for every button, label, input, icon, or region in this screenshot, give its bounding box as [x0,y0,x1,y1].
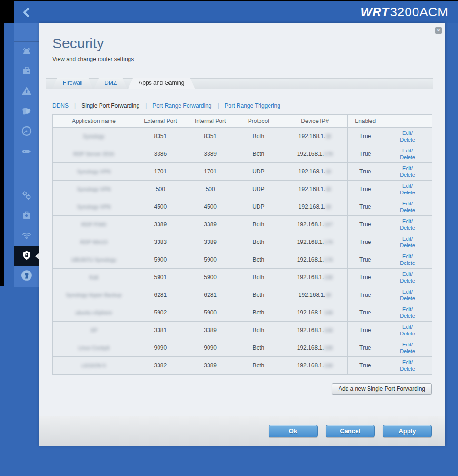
protocol-cell: Both [235,233,282,251]
table-row: UBUNTU Synology59005900Both192.168.1.178… [53,251,432,269]
edit-link[interactable]: Edit/ [383,306,432,313]
edit-link[interactable]: Edit/ [383,235,432,242]
sidebar-item-wireless[interactable] [14,226,39,246]
ip-suffix-redacted: 178 [324,151,332,157]
protocol-cell: Both [235,269,282,286]
internal-port-cell: 3389 [186,233,235,251]
table-row: Synology Hyper Backup62816281Both192.168… [53,286,432,304]
wifi-icon [21,230,32,243]
gears-icon [21,190,32,203]
edit-link[interactable]: Edit/ [383,165,432,172]
edit-link[interactable]: Edit/ [383,130,432,136]
enabled-cell: True [348,357,383,375]
tab-dmz[interactable]: DMZ [94,78,127,89]
edit-link[interactable]: Edit/ [383,253,432,260]
column-header: Device IP# [282,115,348,128]
sidebar-item-media-prioritization[interactable] [14,102,39,122]
edit-link[interactable]: Edit/ [383,324,432,330]
subnav-ddns[interactable]: DDNS [52,102,69,109]
sidebar-item-external-storage[interactable] [14,142,39,162]
delete-link[interactable]: Delete [383,189,432,196]
device-ip-cell: 192.168.1.198 [282,269,348,286]
back-button[interactable] [21,7,32,18]
actions-cell: Edit/Delete [383,163,432,181]
actions-cell: Edit/Delete [383,145,432,163]
delete-link[interactable]: Delete [383,365,432,372]
sidebar-item-connectivity[interactable] [14,186,39,206]
protocol-cell: UDP [235,181,282,198]
delete-link[interactable]: Delete [383,260,432,266]
external-port-cell: 500 [135,181,186,198]
external-storage-icon [21,145,32,159]
close-icon[interactable]: × [435,27,442,34]
subnav-port-range-forwarding[interactable]: Port Range Forwarding [152,102,211,109]
ok-button[interactable]: Ok [269,425,318,437]
add-single-port-forwarding-button[interactable]: Add a new Single Port Forwarding [332,383,432,395]
device-ip-cell: 192.168.1.198 [282,339,348,357]
sidebar-item-openvpn[interactable] [14,266,39,286]
delete-link[interactable]: Delete [383,348,432,354]
tab-firewall[interactable]: Firewall [52,78,93,89]
external-port-cell: 8351 [135,128,186,145]
edit-link[interactable]: Edit/ [383,288,432,295]
add-button-row: Add a new Single Port Forwarding [52,383,432,395]
tab-apps-and-gaming[interactable]: Apps and Gaming [128,78,195,89]
edit-link[interactable]: Edit/ [383,218,432,224]
edit-link[interactable]: Edit/ [383,271,432,277]
column-header: External Port [135,115,186,128]
enabled-cell: True [348,145,383,163]
first-aid-kit-icon [21,210,32,223]
artifact-line [21,429,21,459]
ip-prefix: 192.168.1. [297,221,324,228]
table-row: Kali59015900Both192.168.1.198TrueEdit/De… [53,269,432,286]
actions-cell: Edit/Delete [383,339,432,357]
application-name-cell: XP [53,322,135,339]
delete-link[interactable]: Delete [383,242,432,249]
sidebar-item-speed-test[interactable] [14,122,39,142]
edit-link[interactable]: Edit/ [383,147,432,154]
edit-link[interactable]: Edit/ [383,359,432,365]
cancel-button[interactable]: Cancel [326,425,375,437]
sidebar-item-guest-access[interactable] [14,62,39,82]
sidebar-item-troubleshooting[interactable] [14,206,39,226]
enabled-cell: True [348,198,383,216]
edit-link[interactable]: Edit/ [383,182,432,189]
sidebar-item-security[interactable] [14,246,39,266]
edit-link[interactable]: Edit/ [383,341,432,348]
table-row: Synology83518351Both192.168.1.38TrueEdit… [53,128,432,145]
ip-prefix: 192.168.1. [299,292,326,298]
device-ip-cell: 192.168.1.178 [282,145,348,163]
edit-link[interactable]: Edit/ [383,200,432,207]
delete-link[interactable]: Delete [383,277,432,284]
internal-port-cell: 5900 [186,269,235,286]
application-name-cell: RDP Server 2016 [53,145,135,163]
sidebar [14,23,39,287]
delete-link[interactable]: Delete [383,207,432,213]
actions-cell: Edit/Delete [383,269,432,286]
ip-prefix: 192.168.1. [297,362,324,369]
delete-link[interactable]: Delete [383,330,432,337]
delete-link[interactable]: Delete [383,313,432,319]
left-black-edge [0,23,4,286]
actions-cell: Edit/Delete [383,216,432,233]
protocol-cell: Both [235,286,282,304]
delete-link[interactable]: Delete [383,172,432,178]
guest-access-icon [21,65,32,79]
application-name-redacted: Synology VPN [77,204,111,210]
sidebar-item-network-map[interactable] [14,42,39,62]
ip-suffix-redacted: 197 [324,222,332,227]
application-name-cell: Kali [53,269,135,286]
sidebar-item-parental-controls[interactable] [14,82,39,102]
delete-link[interactable]: Delete [383,224,432,231]
protocol-cell: Both [235,339,282,357]
internal-port-cell: 5900 [186,251,235,269]
delete-link[interactable]: Delete [383,295,432,302]
sub-navigation: DDNS|Single Port Forwarding|Port Range F… [52,102,445,110]
external-port-cell: 3389 [135,216,186,233]
apply-button[interactable]: Apply [383,425,432,437]
internal-port-cell: 500 [186,181,235,198]
subnav-port-range-triggering[interactable]: Port Range Triggering [225,102,280,109]
delete-link[interactable]: Delete [383,154,432,161]
internal-port-cell: 1701 [186,163,235,181]
delete-link[interactable]: Delete [383,136,432,143]
